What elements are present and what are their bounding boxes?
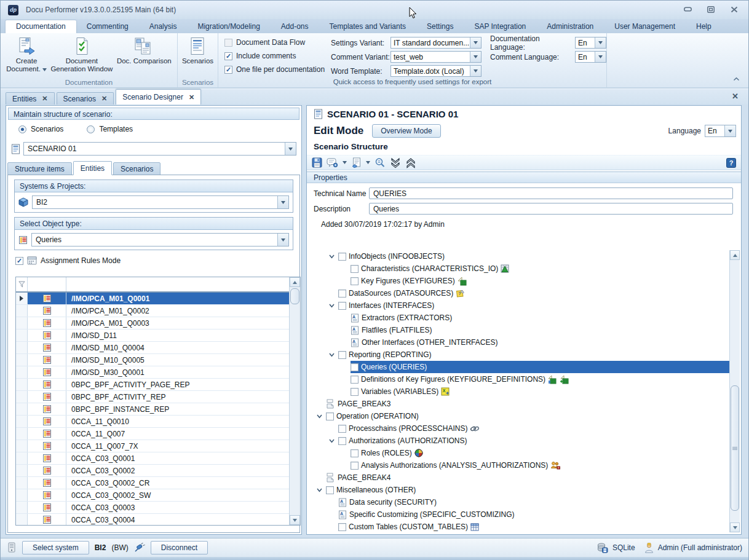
table-row[interactable]: 0CCA_C03_Q0004 bbox=[16, 514, 290, 525]
tree-checkbox[interactable] bbox=[351, 388, 359, 396]
chevron-down-icon[interactable] bbox=[343, 161, 347, 164]
minimize-button[interactable] bbox=[682, 4, 693, 14]
tree-item-miscellaneous-other[interactable]: Miscellaneous (OTHER) bbox=[307, 484, 730, 496]
scrollbar-thumb[interactable] bbox=[731, 385, 739, 511]
ribbon-tab-user-management[interactable]: User Management bbox=[604, 20, 686, 33]
tree-checkbox[interactable] bbox=[338, 425, 346, 433]
tree-item-content[interactable]: Custom Tables (CUSTOM_TABLES) bbox=[338, 521, 482, 532]
tree-item-content[interactable]: Operation (OPERATION) bbox=[326, 410, 421, 422]
tree-expander-icon[interactable] bbox=[329, 304, 338, 308]
language-combo[interactable]: En bbox=[705, 125, 736, 137]
help-icon[interactable]: ? bbox=[726, 158, 736, 168]
tree-item-content[interactable]: AData security (SECURITY) bbox=[338, 496, 439, 508]
table-row[interactable]: 0CCA_11_Q007_7X bbox=[16, 440, 290, 452]
tree-item-page-break4[interactable]: PAGE_BREAK4 bbox=[307, 471, 730, 484]
tree-checkbox[interactable] bbox=[326, 412, 334, 420]
table-row[interactable]: 0BPC_BPF_ACTIVITY_REP bbox=[16, 391, 290, 403]
chevron-down-icon[interactable] bbox=[470, 66, 481, 76]
tree-item-content[interactable]: ASpecific Customizing (SPECIFIC_CUSTOMIZ… bbox=[338, 508, 517, 521]
table-row[interactable]: 0BPC_BPF_ACTIVITY_PAGE_REP bbox=[16, 379, 290, 391]
table-row[interactable]: 0CCA_C03_Q0003 bbox=[16, 502, 290, 514]
combo-comment-variant[interactable]: test_web bbox=[390, 51, 482, 63]
checkbox-include-comments[interactable]: ✓ bbox=[224, 52, 232, 60]
tree-item-content[interactable]: AExtractors (EXTRACTORS) bbox=[351, 312, 454, 324]
scroll-down-icon[interactable] bbox=[290, 515, 300, 525]
chevron-down-icon[interactable] bbox=[470, 37, 481, 48]
tree-item-content[interactable]: Variables (VARIABLES)X bbox=[351, 385, 452, 398]
document-tab-entities[interactable]: Entities✕ bbox=[6, 92, 55, 105]
tree-item-content[interactable]: Miscellaneous (OTHER) bbox=[326, 484, 418, 496]
zoom-icon[interactable] bbox=[374, 157, 386, 168]
tree-scrollbar[interactable] bbox=[729, 250, 740, 532]
ribbon-tab-migration-modeling[interactable]: Migration/Modeling bbox=[187, 20, 270, 33]
scenario-select-combo[interactable]: SCENARIO 01 bbox=[23, 142, 296, 156]
tree-checkbox[interactable] bbox=[351, 449, 359, 457]
table-row[interactable]: 0CCA_11_Q007 bbox=[16, 428, 290, 440]
export-doc-icon[interactable] bbox=[351, 157, 362, 168]
close-tab-icon[interactable]: ✕ bbox=[189, 93, 194, 101]
tree-checkbox[interactable] bbox=[338, 253, 346, 261]
table-row[interactable]: /IMO/SD_M10_Q0004 bbox=[16, 342, 290, 354]
chevron-down-icon[interactable] bbox=[285, 143, 296, 155]
object-type-combo[interactable]: Queries bbox=[31, 233, 289, 246]
scroll-down-icon[interactable] bbox=[730, 523, 740, 532]
tree-item-content[interactable]: AOther Interfaces (OTHER_INTERFACES) bbox=[351, 336, 500, 349]
tree-expander-icon[interactable] bbox=[317, 488, 326, 492]
tree-item-variables-variables[interactable]: Variables (VARIABLES)X bbox=[307, 385, 730, 398]
radio-button-icon[interactable] bbox=[18, 125, 26, 133]
scrollbar-thumb[interactable] bbox=[290, 288, 299, 304]
tree-checkbox[interactable] bbox=[351, 462, 359, 470]
chevron-down-icon[interactable] bbox=[470, 52, 481, 62]
select-system-button[interactable]: Select system bbox=[22, 541, 89, 554]
tree-item-content[interactable]: Queries (QUERIES) bbox=[351, 361, 730, 373]
document-tab-scenario-designer[interactable]: Scenario Designer✕ bbox=[116, 89, 201, 105]
tree-item-content[interactable]: Interfaces (INTERFACES) bbox=[338, 299, 437, 312]
query-table-scrollbar[interactable] bbox=[289, 277, 300, 525]
combo-comment-language[interactable]: En bbox=[575, 51, 606, 63]
tree-item-content[interactable]: Authorizations (AUTHORIZATIONS) bbox=[338, 435, 469, 447]
ribbon-tab-templates-and-variants[interactable]: Templates and Variants bbox=[319, 20, 417, 33]
field-description[interactable]: Queries bbox=[369, 203, 733, 215]
restore-button[interactable] bbox=[705, 4, 716, 14]
query-table-header[interactable] bbox=[16, 277, 300, 293]
tree-item-characteristics-characteristics-io[interactable]: Characteristics (CHARACTERISTICS_IO) bbox=[307, 262, 730, 275]
title-bar[interactable]: dp Docu Performer v19.3.0.0.25195 Main (… bbox=[1, 1, 748, 19]
ribbon-button-document-generation-window[interactable]: Document Generation Window bbox=[50, 35, 113, 77]
table-row[interactable]: /IMO/SD_M30_Q0001 bbox=[16, 366, 290, 379]
table-row[interactable]: 0CCA_11_Q0010 bbox=[16, 416, 290, 428]
tree-item-interfaces-interfaces[interactable]: Interfaces (INTERFACES) bbox=[307, 299, 730, 312]
left-tab-scenarios[interactable]: Scenarios bbox=[113, 162, 160, 175]
tree-item-content[interactable]: Processchains (PROCESSCHAINS) bbox=[338, 422, 482, 435]
table-row[interactable]: /IMO/PCA_M01_Q0003 bbox=[16, 317, 290, 329]
tree-expander-icon[interactable] bbox=[329, 353, 338, 357]
close-tab-icon[interactable]: ✕ bbox=[42, 95, 47, 103]
table-row[interactable]: 0BPC_BPF_INSTANCE_REP bbox=[16, 403, 290, 416]
combo-settings-variant[interactable]: IT standard documen... bbox=[390, 37, 482, 49]
tree-item-authorizations-authorizations[interactable]: Authorizations (AUTHORIZATIONS) bbox=[307, 435, 730, 447]
ribbon-tab-analysis[interactable]: Analysis bbox=[139, 20, 188, 33]
tree-item-page-break3[interactable]: PAGE_BREAK3 bbox=[307, 398, 730, 410]
ribbon-tab-commenting[interactable]: Commenting bbox=[76, 20, 139, 33]
tree-item-content[interactable]: Characteristics (CHARACTERISTICS_IO) bbox=[351, 262, 512, 275]
scroll-up-icon[interactable] bbox=[290, 277, 300, 287]
chevron-down-icon[interactable] bbox=[595, 37, 606, 48]
document-tab-scenarios[interactable]: Scenarios✕ bbox=[57, 92, 114, 105]
chevron-down-icon[interactable] bbox=[277, 196, 288, 208]
ribbon-tab-administration[interactable]: Administration bbox=[536, 20, 604, 33]
tree-item-content[interactable]: InfoObjects (INFOOBJECTS) bbox=[338, 250, 447, 262]
ribbon-button-create-document[interactable]: Create Document. bbox=[6, 35, 47, 77]
close-button[interactable] bbox=[729, 4, 740, 14]
tree-item-content[interactable]: Roles (ROLES) bbox=[351, 447, 426, 459]
tree-checkbox[interactable] bbox=[326, 486, 334, 494]
tree-checkbox[interactable] bbox=[351, 265, 359, 273]
tree-checkbox[interactable] bbox=[351, 376, 359, 384]
disconnect-button[interactable]: Disconnect bbox=[151, 541, 208, 554]
tree-item-analysis-authorizations-analysis-authorizations[interactable]: Analysis Authorizations (ANALYSIS_AUTHOR… bbox=[307, 459, 730, 471]
ribbon-tab-help[interactable]: Help bbox=[686, 20, 722, 33]
tree-item-custom-tables-custom-tables[interactable]: Custom Tables (CUSTOM_TABLES) bbox=[307, 521, 730, 532]
table-row[interactable]: 0CCA_C03_Q0002_CR bbox=[16, 477, 290, 489]
tree-item-processchains-processchains[interactable]: Processchains (PROCESSCHAINS) bbox=[307, 422, 730, 435]
ribbon-tab-add-ons[interactable]: Add-ons bbox=[271, 20, 319, 33]
tree-checkbox[interactable] bbox=[351, 363, 359, 371]
ribbon-button-doc-comparison[interactable]: Doc. Comparison bbox=[117, 35, 172, 77]
